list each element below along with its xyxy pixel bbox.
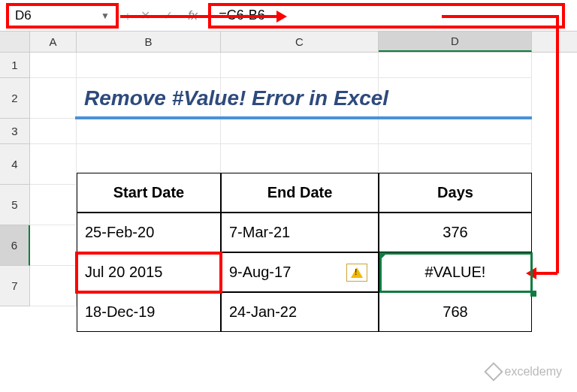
cell-B3[interactable]: [77, 119, 221, 144]
table-row: 25-Feb-20 7-Mar-21 376: [77, 213, 532, 252]
cell-start-3[interactable]: 18-Dec-19: [77, 292, 221, 332]
error-flag-icon: [379, 253, 387, 261]
cell-start-1[interactable]: 25-Feb-20: [77, 213, 221, 252]
cell-A2[interactable]: [30, 78, 77, 119]
table-row: 18-Dec-19 24-Jan-22 768: [77, 292, 532, 332]
row-header-7[interactable]: 7: [0, 266, 30, 306]
row-3: 3: [0, 119, 577, 144]
col-header-A[interactable]: A: [30, 32, 77, 52]
annotation-arrow: [442, 15, 557, 18]
watermark-text: exceldemy: [505, 365, 562, 378]
row-1: 1: [0, 53, 577, 78]
arrowhead-icon: [276, 11, 287, 23]
cell-days-1[interactable]: 376: [379, 213, 532, 252]
chevron-down-icon[interactable]: ▼: [101, 11, 110, 21]
header-days[interactable]: Days: [379, 173, 532, 213]
row-header-5[interactable]: 5: [0, 185, 30, 225]
col-header-C[interactable]: C: [221, 32, 379, 52]
row-header-1[interactable]: 1: [0, 53, 30, 78]
cell-A1[interactable]: [30, 53, 77, 78]
cell-A3[interactable]: [30, 119, 77, 144]
title-underline: [75, 116, 532, 119]
name-box[interactable]: D6 ▼: [6, 3, 119, 29]
cell-A5[interactable]: [30, 185, 77, 225]
cell-D3[interactable]: [379, 119, 532, 144]
row-header-6[interactable]: 6: [0, 225, 30, 266]
cell-end-1[interactable]: 7-Mar-21: [221, 213, 379, 252]
cell-B1[interactable]: [77, 53, 221, 78]
cell-C3[interactable]: [221, 119, 379, 144]
cell-days-3[interactable]: 768: [379, 292, 532, 332]
header-start-date[interactable]: Start Date: [77, 173, 221, 213]
table-row: Jul 20 2015 9-Aug-17 #VALUE!: [77, 252, 532, 292]
cell-days-2[interactable]: #VALUE!: [379, 252, 532, 292]
table-header-row: Start Date End Date Days: [77, 173, 532, 213]
cell-C1[interactable]: [221, 53, 379, 78]
cell-start-2[interactable]: Jul 20 2015: [77, 252, 221, 292]
cell-D1[interactable]: [379, 53, 532, 78]
row-header-2[interactable]: 2: [0, 78, 30, 119]
watermark: exceldemy: [487, 365, 562, 378]
header-end-date[interactable]: End Date: [221, 173, 379, 213]
cell-A4[interactable]: [30, 144, 77, 185]
col-header-D[interactable]: D: [379, 32, 532, 52]
watermark-icon: [484, 362, 503, 381]
fill-handle[interactable]: [530, 291, 536, 297]
page-title: Remove #Value! Error in Excel: [84, 86, 388, 110]
warning-icon[interactable]: [346, 264, 367, 282]
select-all-corner[interactable]: [0, 32, 30, 52]
arrowhead-icon: [526, 267, 536, 279]
annotation-arrow: [120, 15, 278, 18]
data-table: Start Date End Date Days 25-Feb-20 7-Mar…: [77, 173, 532, 332]
col-header-B[interactable]: B: [77, 32, 221, 52]
cell-A7[interactable]: [30, 266, 77, 306]
annotation-arrow: [556, 15, 559, 273]
name-box-value: D6: [15, 8, 32, 23]
annotation-arrow: [535, 272, 557, 275]
cell-A6[interactable]: [30, 225, 77, 266]
column-headers: A B C D: [0, 32, 577, 53]
row-header-4[interactable]: 4: [0, 144, 30, 185]
row-header-3[interactable]: 3: [0, 119, 30, 144]
cell-end-3[interactable]: 24-Jan-22: [221, 292, 379, 332]
cell-days-2-value: #VALUE!: [425, 264, 486, 281]
cell-D2[interactable]: [379, 78, 532, 119]
